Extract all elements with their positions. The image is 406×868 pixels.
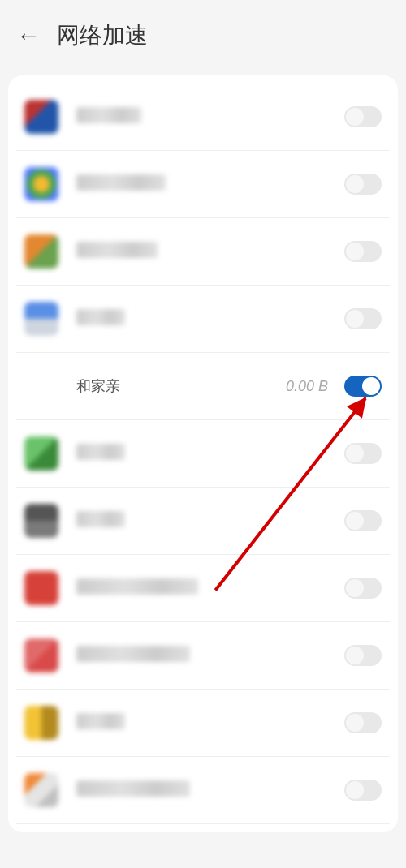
list-item[interactable] [16,757,390,824]
list-item[interactable] [16,218,390,286]
app-icon [24,571,58,605]
toggle-switch[interactable] [344,174,382,195]
toggle-switch[interactable] [344,106,382,127]
toggle-switch[interactable] [344,645,382,666]
app-label: 和家亲 [76,376,286,396]
header: ← 网络加速 [0,0,406,67]
toggle-switch[interactable] [344,308,382,329]
app-icon [24,706,58,740]
app-label [76,646,344,666]
app-icon [24,100,58,134]
app-list-card: 和家亲 0.00 B [8,75,398,832]
list-item[interactable] [16,286,390,353]
app-icon [24,167,58,201]
toggle-switch[interactable] [344,376,382,397]
list-item[interactable] [16,420,390,488]
app-label [76,174,344,195]
app-icon [24,638,58,672]
app-label [76,107,344,127]
list-item[interactable] [16,622,390,690]
list-item[interactable] [16,84,390,151]
toggle-switch[interactable] [344,578,382,599]
app-icon [24,773,58,807]
page-title: 网络加速 [57,20,148,51]
app-label [76,511,344,531]
app-label [76,309,344,329]
toggle-switch[interactable] [344,510,382,531]
list-item-hejiaqin[interactable]: 和家亲 0.00 B [16,353,390,420]
app-label [76,444,344,464]
app-icon [24,436,58,471]
list-item[interactable] [16,488,390,555]
app-icon [24,504,58,538]
app-label [76,780,344,801]
app-label [76,578,344,599]
list-item[interactable] [16,151,390,218]
data-usage-value: 0.00 B [286,378,328,395]
toggle-switch[interactable] [344,241,382,262]
toggle-switch[interactable] [344,443,382,464]
app-label [76,713,344,733]
list-item[interactable] [16,690,390,757]
back-icon[interactable]: ← [16,22,41,49]
app-icon [24,234,58,269]
toggle-switch[interactable] [344,780,382,801]
app-icon [24,302,58,336]
app-label [76,242,344,262]
toggle-switch[interactable] [344,712,382,733]
list-item[interactable] [16,555,390,622]
